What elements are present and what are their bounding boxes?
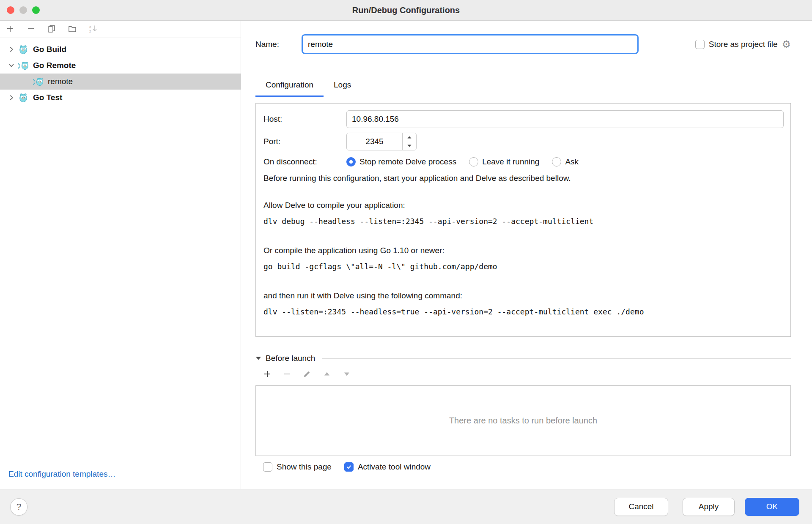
add-icon (263, 370, 272, 379)
edit-task-button[interactable] (303, 370, 311, 379)
radio-ask[interactable]: Ask (552, 157, 579, 166)
go-remote-icon (18, 60, 30, 71)
instruction-block: Allow Delve to compile your application:… (263, 197, 784, 229)
host-label: Host: (263, 115, 346, 124)
radio-leave-it-running[interactable]: Leave it running (469, 157, 539, 166)
configuration-panel: Host: Port: On disconnect: (255, 103, 791, 337)
tree-item-label: Go Build (33, 45, 66, 54)
instruction-text: Or compile the application using Go 1.10… (263, 243, 784, 259)
chevron-right-icon[interactable] (7, 46, 16, 53)
store-as-project-file-option[interactable]: Store as project file ⚙ (695, 39, 791, 49)
sidebar-item-go-test[interactable]: Go Test (0, 90, 241, 106)
add-icon (5, 24, 15, 35)
check-icon (346, 464, 352, 470)
add-configuration-button[interactable] (5, 24, 15, 34)
port-increment-button[interactable] (403, 133, 416, 142)
port-row: Port: (263, 133, 784, 150)
show-this-page-label: Show this page (277, 462, 332, 472)
collapse-triangle-icon[interactable] (255, 356, 261, 360)
host-row: Host: (263, 110, 784, 128)
move-up-icon (323, 370, 331, 379)
radio-button[interactable] (552, 157, 561, 166)
edit-configuration-templates-link[interactable]: Edit configuration templates… (8, 469, 241, 479)
run-debug-configurations-dialog: Run/Debug Configurations az (0, 0, 812, 524)
name-input[interactable] (302, 34, 639, 54)
page-options-row: Show this page Activate tool window (263, 462, 791, 472)
tab-logs[interactable]: Logs (324, 80, 361, 97)
activate-tool-window-checkbox[interactable] (344, 462, 354, 472)
chevron-down-icon[interactable] (7, 63, 16, 68)
instruction-text: and then run it with Delve using the fol… (263, 288, 784, 304)
activate-tool-window-label: Activate tool window (358, 462, 431, 472)
instruction-command: dlv debug --headless --listen=:2345 --ap… (263, 213, 784, 229)
before-launch-task-list: There are no tasks to run before launch (255, 385, 791, 456)
before-launch-title: Before launch (266, 354, 315, 363)
sidebar-item-go-remote[interactable]: Go Remote (0, 57, 241, 74)
port-input[interactable] (347, 133, 402, 150)
instruction-block: and then run it with Delve using the fol… (263, 288, 784, 320)
radio-stop-remote-delve-process[interactable]: Stop remote Delve process (346, 157, 456, 166)
move-up-button[interactable] (323, 370, 331, 379)
cancel-button[interactable]: Cancel (614, 498, 668, 516)
sort-configurations-button[interactable]: az (88, 24, 98, 34)
radio-label: Stop remote Delve process (359, 157, 456, 166)
sort-alpha-icon: az (88, 24, 98, 35)
minimize-window-button[interactable] (19, 6, 27, 14)
create-folder-button[interactable] (67, 24, 77, 34)
show-this-page-checkbox[interactable] (263, 462, 272, 472)
remove-configuration-button[interactable] (26, 24, 36, 34)
instruction-command: dlv --listen=:2345 --headless=true --api… (263, 304, 784, 320)
tab-configuration[interactable]: Configuration (255, 80, 324, 97)
port-stepper (346, 133, 417, 150)
instruction-command: go build -gcflags \"all=-N -l\" github.c… (263, 259, 784, 275)
help-button[interactable]: ? (10, 498, 27, 516)
traffic-lights (7, 6, 40, 14)
radio-button-selected[interactable] (346, 157, 356, 166)
before-launch-header[interactable]: Before launch (255, 354, 791, 363)
port-decrement-button[interactable] (403, 142, 416, 150)
name-label: Name: (255, 40, 302, 49)
add-task-button[interactable] (263, 370, 272, 379)
gopher-icon (18, 44, 30, 55)
configurations-tree: Go Build Go Remote remote (0, 38, 241, 469)
configurations-sidebar: az Go Build Go Remote (0, 21, 241, 489)
remove-icon (26, 24, 36, 35)
copy-configuration-button[interactable] (47, 24, 57, 34)
tree-item-label: Go Remote (33, 61, 76, 70)
activate-tool-window-option[interactable]: Activate tool window (344, 462, 431, 472)
remove-icon (283, 370, 291, 379)
chevron-right-icon[interactable] (7, 94, 16, 101)
before-launch-toolbar (263, 370, 791, 379)
svg-text:a: a (89, 25, 91, 29)
tree-item-label: remote (48, 77, 73, 86)
host-input[interactable] (346, 110, 784, 128)
configuration-editor: Name: Store as project file ⚙ Configurat… (241, 21, 812, 489)
ok-button[interactable]: OK (745, 498, 799, 516)
svg-text:z: z (89, 29, 91, 33)
move-down-button[interactable] (343, 370, 351, 379)
move-down-icon (343, 370, 351, 379)
before-running-note: Before running this configuration, start… (263, 172, 784, 184)
sidebar-item-go-build[interactable]: Go Build (0, 41, 241, 57)
sidebar-toolbar: az (0, 21, 241, 38)
store-as-project-file-checkbox[interactable] (695, 40, 705, 49)
on-disconnect-label: On disconnect: (263, 157, 346, 166)
on-disconnect-row: On disconnect: Stop remote Delve process… (263, 157, 784, 166)
show-this-page-option[interactable]: Show this page (263, 462, 332, 472)
gear-icon[interactable]: ⚙ (782, 39, 791, 49)
remove-task-button[interactable] (283, 370, 291, 379)
dialog-footer: ? Cancel Apply OK (0, 489, 812, 524)
section-divider (322, 358, 791, 359)
title-bar: Run/Debug Configurations (0, 0, 812, 21)
go-remote-config-icon (33, 76, 45, 87)
new-folder-icon (68, 24, 77, 35)
tree-item-label: Go Test (33, 93, 62, 102)
radio-button[interactable] (469, 157, 478, 166)
apply-button[interactable]: Apply (683, 498, 735, 516)
sidebar-item-remote[interactable]: remote (0, 74, 241, 90)
zoom-window-button[interactable] (32, 6, 40, 14)
close-window-button[interactable] (7, 6, 14, 14)
instruction-block: Or compile the application using Go 1.10… (263, 243, 784, 275)
window-title: Run/Debug Configurations (352, 5, 460, 15)
instruction-text: Allow Delve to compile your application: (263, 197, 784, 213)
